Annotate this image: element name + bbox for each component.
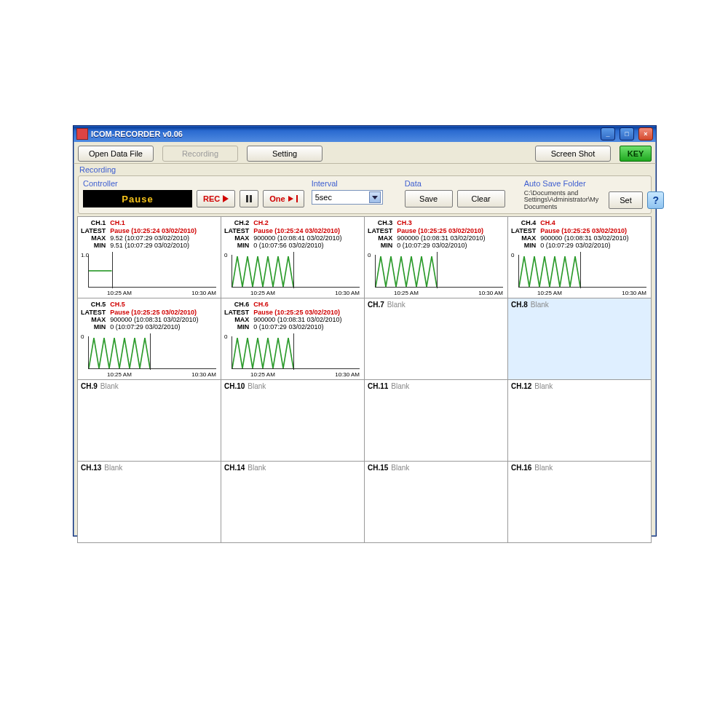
controller-status: Pause: [83, 190, 192, 207]
channel-id: CH.10Blank: [224, 382, 361, 390]
channel-name: CH.6: [253, 301, 341, 308]
x-tick-left: 10:25 AM: [107, 371, 132, 378]
x-tick-right: 10:30 AM: [478, 290, 503, 296]
channel-min: 0 (10:07:29 03/02/2010): [397, 242, 485, 249]
channel-cell-ch-2[interactable]: CH.2LATESTMAXMINCH.2Pause (10:25:24 03/0…: [221, 216, 365, 298]
set-folder-button[interactable]: Set: [609, 191, 644, 209]
app-icon: [76, 128, 88, 140]
channel-cell-ch-9[interactable]: CH.9Blank: [77, 379, 221, 462]
key-button[interactable]: KEY: [620, 146, 652, 162]
channel-latest: Pause (10:25:25 03/02/2010): [110, 309, 198, 316]
y-tick: 0: [511, 252, 514, 258]
channel-header: CH.6LATESTMAXMINCH.6Pause (10:25:25 03/0…: [224, 301, 361, 331]
controller-label: Controller: [83, 179, 304, 188]
x-tick-right: 10:30 AM: [622, 290, 646, 296]
channel-min: 0 (10:07:56 03/02/2010): [253, 242, 341, 249]
open-data-file-button[interactable]: Open Data File: [78, 146, 154, 162]
autosave-label: Auto Save Folder: [524, 179, 665, 188]
data-group: Data Save Clear: [405, 179, 505, 207]
recording-section-label: Recording: [74, 164, 656, 174]
chart-cursor: [580, 252, 581, 288]
mini-chart: [375, 255, 503, 288]
channel-name: CH.5: [110, 301, 198, 308]
channel-cell-ch-4[interactable]: CH.4LATESTMAXMINCH.4Pause (10:25:25 03/0…: [507, 216, 652, 298]
channel-cell-ch-11[interactable]: CH.11Blank: [364, 379, 508, 462]
blank-label: Blank: [531, 301, 549, 309]
y-tick: 0: [224, 333, 227, 340]
y-tick: 0: [81, 333, 84, 340]
channel-header: CH.1LATESTMAXMINCH.1Pause (10:25:24 03/0…: [81, 219, 218, 249]
chart-cursor: [150, 333, 151, 370]
channel-id: CH.8Blank: [511, 301, 648, 309]
channel-latest: Pause (10:25:25 03/02/2010): [397, 227, 485, 234]
minimize-button[interactable]: _: [601, 127, 615, 141]
channel-cell-ch-8[interactable]: CH.8Blank: [507, 298, 652, 380]
channel-cell-ch-15[interactable]: CH.15Blank: [364, 461, 508, 543]
blank-label: Blank: [534, 382, 553, 390]
titlebar[interactable]: ICOM-RECORDER v0.06 _ □ ×: [74, 126, 656, 142]
channel-name: CH.4: [540, 219, 628, 226]
mini-chart: [88, 336, 216, 369]
channel-max: 9.52 (10:07:29 03/02/2010): [110, 234, 197, 242]
channel-header: CH.5LATESTMAXMINCH.5Pause (10:25:25 03/0…: [81, 301, 218, 331]
chevron-down-icon: [369, 191, 381, 203]
chart-cursor: [437, 252, 438, 288]
channel-cell-ch-1[interactable]: CH.1LATESTMAXMINCH.1Pause (10:25:24 03/0…: [77, 216, 221, 298]
channel-name: CH.2: [253, 219, 341, 226]
channel-id: CH.12Blank: [511, 382, 648, 390]
close-button[interactable]: ×: [638, 127, 653, 141]
channel-name: CH.3: [397, 219, 485, 226]
channel-id: CH.13Blank: [81, 464, 218, 472]
channel-cell-ch-13[interactable]: CH.13Blank: [77, 461, 221, 543]
rec-button[interactable]: REC: [197, 190, 235, 207]
screen-shot-button[interactable]: Screen Shot: [535, 146, 611, 162]
controller-group: Controller Pause REC One: [83, 179, 304, 207]
channel-header: CH.3LATESTMAXMINCH.3Pause (10:25:25 03/0…: [368, 219, 505, 249]
chart-cursor: [293, 252, 294, 288]
interval-label: Interval: [312, 179, 383, 188]
pause-button[interactable]: [240, 190, 258, 207]
channel-cell-ch-5[interactable]: CH.5LATESTMAXMINCH.5Pause (10:25:25 03/0…: [77, 298, 221, 380]
play-icon: [223, 195, 229, 202]
channel-cell-ch-12[interactable]: CH.12Blank: [507, 379, 652, 462]
blank-label: Blank: [391, 382, 409, 390]
channel-cell-ch-10[interactable]: CH.10Blank: [221, 379, 365, 462]
chart-cursor: [293, 333, 294, 370]
maximize-button[interactable]: □: [620, 127, 634, 141]
channel-cell-ch-3[interactable]: CH.3LATESTMAXMINCH.3Pause (10:25:25 03/0…: [364, 216, 508, 298]
clear-button[interactable]: Clear: [457, 190, 505, 207]
channel-latest: Pause (10:25:25 03/02/2010): [540, 227, 628, 234]
x-tick-left: 10:25 AM: [107, 290, 132, 296]
main-toolbar: Open Data File Recording Setting Screen …: [74, 142, 656, 164]
chart-cursor: [112, 252, 113, 288]
channel-id: CH.16Blank: [511, 464, 648, 472]
channel-cell-ch-6[interactable]: CH.6LATESTMAXMINCH.6Pause (10:25:25 03/0…: [221, 298, 365, 380]
channel-max: 900000 (10:08:31 03/02/2010): [110, 316, 198, 323]
setting-tab[interactable]: Setting: [247, 146, 323, 162]
channel-cell-ch-16[interactable]: CH.16Blank: [507, 461, 652, 543]
app-window: ICOM-RECORDER v0.06 _ □ × Open Data File…: [73, 125, 657, 537]
channel-cell-ch-7[interactable]: CH.7Blank: [364, 298, 508, 380]
interval-dropdown[interactable]: 5sec: [312, 190, 383, 205]
blank-label: Blank: [534, 464, 553, 472]
channel-latest: Pause (10:25:25 03/02/2010): [253, 309, 341, 316]
rec-label: REC: [203, 194, 220, 203]
recording-tab[interactable]: Recording: [162, 146, 238, 162]
y-tick: 0: [368, 252, 371, 258]
channel-cell-ch-14[interactable]: CH.14Blank: [221, 461, 365, 543]
save-button[interactable]: Save: [405, 190, 453, 207]
blank-label: Blank: [387, 301, 405, 309]
x-tick-right: 10:30 AM: [335, 371, 360, 378]
blank-label: Blank: [248, 464, 266, 472]
x-tick-right: 10:30 AM: [191, 371, 216, 378]
help-button[interactable]: ?: [647, 191, 664, 209]
x-tick-right: 10:30 AM: [335, 290, 360, 296]
y-tick: 0: [224, 252, 227, 258]
one-button[interactable]: One: [263, 190, 304, 207]
channel-latest: Pause (10:25:24 03/02/2010): [253, 227, 341, 234]
channel-name: CH.1: [110, 219, 197, 226]
blank-label: Blank: [248, 382, 266, 390]
blank-label: Blank: [100, 382, 119, 390]
channel-grid: CH.1LATESTMAXMINCH.1Pause (10:25:24 03/0…: [74, 217, 656, 549]
data-label: Data: [405, 179, 505, 188]
